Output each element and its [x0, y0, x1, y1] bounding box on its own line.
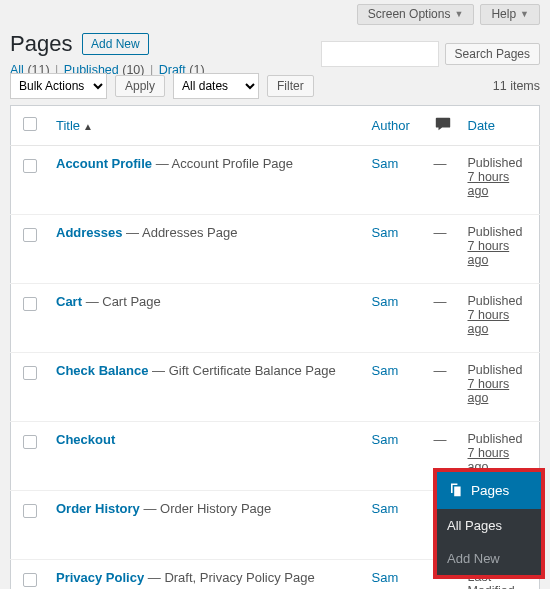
sort-asc-icon: ▲ [83, 121, 93, 132]
row-date: Published7 hours ago [460, 353, 540, 422]
row-title-link[interactable]: Check Balance [56, 363, 149, 378]
add-new-button[interactable]: Add New [82, 33, 149, 55]
row-comments: — [426, 215, 460, 284]
apply-button[interactable]: Apply [115, 75, 165, 97]
table-row: Cart — Cart PageSam—Published7 hours ago [11, 284, 540, 353]
table-row: Addresses — Addresses PageSam—Published7… [11, 215, 540, 284]
screen-options-button[interactable]: Screen Options ▼ [357, 4, 475, 25]
author-link[interactable]: Sam [372, 156, 399, 171]
select-all-checkbox[interactable] [23, 117, 37, 131]
row-date: Published7 hours ago [460, 284, 540, 353]
admin-menu-add-new[interactable]: Add New [437, 542, 541, 575]
row-title-link[interactable]: Account Profile [56, 156, 152, 171]
row-checkbox[interactable] [23, 228, 37, 242]
col-author[interactable]: Author [364, 106, 426, 146]
col-title[interactable]: Title▲ [48, 106, 364, 146]
row-checkbox[interactable] [23, 366, 37, 380]
row-comments: — [426, 284, 460, 353]
row-comments: — [426, 146, 460, 215]
filter-button[interactable]: Filter [267, 75, 314, 97]
row-checkbox[interactable] [23, 297, 37, 311]
table-row: Account Profile — Account Profile PageSa… [11, 146, 540, 215]
row-desc: — Order History Page [140, 501, 272, 516]
row-date: Published7 hours ago [460, 215, 540, 284]
help-label: Help [491, 7, 516, 21]
help-button[interactable]: Help ▼ [480, 4, 540, 25]
row-desc: — Draft, Privacy Policy Page [144, 570, 315, 585]
row-desc: — Gift Certificate Balance Page [149, 363, 336, 378]
admin-menu-all-pages[interactable]: All Pages [437, 509, 541, 542]
row-title-link[interactable]: Addresses [56, 225, 122, 240]
pages-icon [447, 481, 463, 500]
search-button[interactable]: Search Pages [445, 43, 540, 65]
admin-menu-pages: Pages All Pages Add New [433, 468, 545, 579]
chevron-down-icon: ▼ [520, 9, 529, 19]
author-link[interactable]: Sam [372, 363, 399, 378]
row-title-link[interactable]: Order History [56, 501, 140, 516]
search-input[interactable] [321, 41, 439, 67]
chevron-down-icon: ▼ [454, 9, 463, 19]
col-comments[interactable] [426, 106, 460, 146]
admin-menu-pages-label: Pages [471, 483, 509, 498]
author-link[interactable]: Sam [372, 570, 399, 585]
row-desc: — Cart Page [82, 294, 161, 309]
row-desc: — Account Profile Page [152, 156, 293, 171]
col-date[interactable]: Date [460, 106, 540, 146]
row-date: Published7 hours ago [460, 146, 540, 215]
row-comments: — [426, 353, 460, 422]
screen-options-label: Screen Options [368, 7, 451, 21]
author-link[interactable]: Sam [372, 501, 399, 516]
row-title-link[interactable]: Checkout [56, 432, 115, 447]
admin-menu-pages-head[interactable]: Pages [437, 472, 541, 509]
author-link[interactable]: Sam [372, 294, 399, 309]
row-title-link[interactable]: Cart [56, 294, 82, 309]
author-link[interactable]: Sam [372, 432, 399, 447]
date-filter-select[interactable]: All dates [173, 73, 259, 99]
row-desc: — Addresses Page [122, 225, 237, 240]
bulk-actions-select[interactable]: Bulk Actions [10, 73, 107, 99]
items-count: 11 items [493, 79, 540, 93]
row-checkbox[interactable] [23, 504, 37, 518]
row-checkbox[interactable] [23, 159, 37, 173]
comment-icon [434, 121, 452, 136]
page-title: Pages [10, 31, 72, 57]
author-link[interactable]: Sam [372, 225, 399, 240]
row-checkbox[interactable] [23, 573, 37, 587]
row-checkbox[interactable] [23, 435, 37, 449]
row-title-link[interactable]: Privacy Policy [56, 570, 144, 585]
table-row: Check Balance — Gift Certificate Balance… [11, 353, 540, 422]
